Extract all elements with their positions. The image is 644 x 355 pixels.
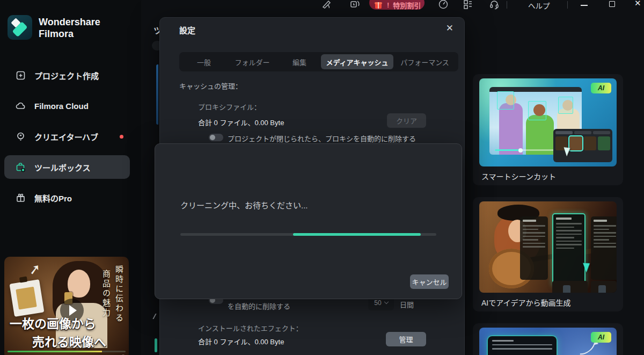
proxy-toggle-label: プロジェクトが閉じられたら、プロキシを自動的に削除する: [228, 133, 416, 143]
special-badge-label: 特別割引: [393, 0, 421, 10]
sidebar-item-create-project[interactable]: プロジェクト作成: [4, 63, 130, 87]
cleaning-progress-modal: クリーニング中、お待ちください... キャンセル: [155, 143, 462, 299]
feature-card-ai-idea-to-video[interactable]: AIでアイデアから動画生成: [473, 197, 623, 311]
sidebar-item-label: ツールボックス: [34, 162, 91, 173]
sidebar: Wondershare Filmora プロジェクト作成 Filmora Clo…: [0, 0, 141, 355]
draw-icon[interactable]: [321, 0, 333, 10]
special-offer-button[interactable]: ! 特別割引: [369, 0, 425, 10]
tab-folder[interactable]: フォルダー: [226, 54, 278, 69]
chevron-down-icon: [384, 300, 388, 304]
special-badge-bang: !: [387, 1, 389, 9]
topbar-divider: [507, 1, 507, 9]
settings-tabs: 一般 フォルダー 編集 メディアキャッシュ パフォーマンス: [179, 52, 458, 71]
days-unit-label: 日間: [400, 299, 414, 309]
background-thumbnail-edge: [156, 64, 158, 125]
filmora-logo-icon: [8, 15, 32, 40]
progress-bar-track: [180, 233, 436, 236]
topbar: ! 特別割引 ヘルプ ✕: [0, 0, 644, 11]
progress-fill: [293, 233, 421, 236]
card-thumbnail: [479, 201, 617, 293]
proxy-total-label: 合計 0 ファイル、0.00 Byte: [198, 117, 284, 127]
cleaning-message: クリーニング中、お待ちください...: [180, 199, 308, 211]
swoosh-arrow-icon: ➚: [28, 260, 42, 279]
sidebar-item-label: 無料のPro: [34, 192, 72, 204]
minimize-button[interactable]: [581, 5, 588, 6]
gift-icon: [15, 192, 26, 204]
effects-total-label: 合計 0 ファイル、0.00 Byte: [198, 336, 284, 346]
layout-grid-icon[interactable]: [462, 0, 474, 10]
ai-badge: AI: [591, 332, 611, 343]
manage-button[interactable]: 管理: [386, 332, 426, 346]
notification-dot: [120, 135, 123, 139]
card-thumbnail: AI: [479, 78, 617, 166]
sidebar-item-label: Filmora Cloud: [34, 102, 89, 111]
tab-editing[interactable]: 編集: [278, 54, 321, 69]
tab-general[interactable]: 一般: [181, 54, 226, 69]
dialog-title: 設定: [179, 24, 195, 35]
feature-card-smart-scene-cut[interactable]: AI スマートシーンカット: [473, 74, 623, 185]
sidebar-item-filmora-cloud[interactable]: Filmora Cloud: [4, 94, 130, 118]
new-project-icon: [15, 70, 26, 81]
creator-hub-icon: [15, 131, 26, 142]
promo-progress-bar: [8, 351, 126, 352]
brand: Wondershare Filmora: [8, 15, 100, 40]
proxy-auto-delete-toggle[interactable]: [209, 134, 223, 141]
close-window-button[interactable]: ✕: [634, 0, 641, 8]
close-icon[interactable]: ✕: [446, 23, 453, 34]
promo-banner[interactable]: ➚ 瞬時に伝わる 商品の魅力 一枚の画像から 売れる映像へ ▪ ▪ ▪ ⧉: [4, 257, 129, 355]
sidebar-item-toolbox[interactable]: ツールボックス: [4, 155, 130, 179]
card-thumbnail: AI: [479, 328, 617, 355]
promo-vertical-text: 瞬時に伝わる: [113, 265, 125, 323]
perfume-bottle-image: [9, 279, 44, 317]
maximize-button[interactable]: [609, 1, 615, 7]
sidebar-item-creator-hub[interactable]: クリエイターハブ: [4, 125, 130, 148]
sidebar-item-free-pro[interactable]: 無料のPro: [4, 186, 130, 209]
promo-headline: 売れる映像へ: [32, 332, 106, 350]
ai-badge: AI: [591, 83, 611, 93]
gift-special-icon: [375, 2, 383, 9]
background-label-partial: [152, 314, 159, 319]
proxy-file-label: プロキシファイル：: [198, 102, 261, 112]
gauge-icon[interactable]: [437, 0, 449, 10]
cache-toggle-label-visible: を自動的に削除する: [228, 301, 290, 311]
backup-clock-icon[interactable]: [349, 0, 361, 10]
days-value: 50: [374, 299, 381, 307]
help-menu[interactable]: ヘルプ: [528, 0, 550, 11]
promo-vertical-text: 商品の魅力: [100, 270, 112, 318]
cancel-button[interactable]: キャンセル: [410, 274, 449, 289]
brand-name: Wondershare Filmora: [39, 15, 100, 40]
scene-card-2-highlighted: [552, 213, 586, 286]
installed-effects-label: インストールされたエフェクト：: [198, 323, 303, 333]
cloud-icon: [15, 100, 26, 112]
scene-cut-panel: [553, 129, 612, 162]
prompt-box: [488, 336, 557, 355]
toolbox-icon: [15, 162, 26, 173]
scene-card-1: [520, 216, 548, 280]
feature-card-clipped[interactable]: AI: [473, 323, 623, 355]
sidebar-item-label: プロジェクト作成: [34, 70, 99, 81]
tab-media-cache[interactable]: メディアキャッシュ: [321, 54, 393, 69]
topbar-divider: [567, 1, 568, 9]
card-title: スマートシーンカット: [481, 171, 556, 182]
headset-icon[interactable]: [488, 0, 500, 10]
clear-button[interactable]: クリア: [387, 113, 426, 128]
cache-management-label: キャッシュの管理：: [179, 81, 242, 91]
scene-card-3: [591, 216, 617, 280]
filmora-window: ! 特別割引 ヘルプ ✕ Wondershare Filmora: [0, 0, 644, 355]
sidebar-item-label: クリエイターハブ: [34, 131, 98, 142]
tab-performance[interactable]: パフォーマンス: [393, 54, 456, 69]
background-thumbnail-edge: [155, 338, 157, 352]
promo-headline: 一枚の画像から: [10, 314, 96, 332]
card-title: AIでアイデアから動画生成: [481, 297, 571, 308]
